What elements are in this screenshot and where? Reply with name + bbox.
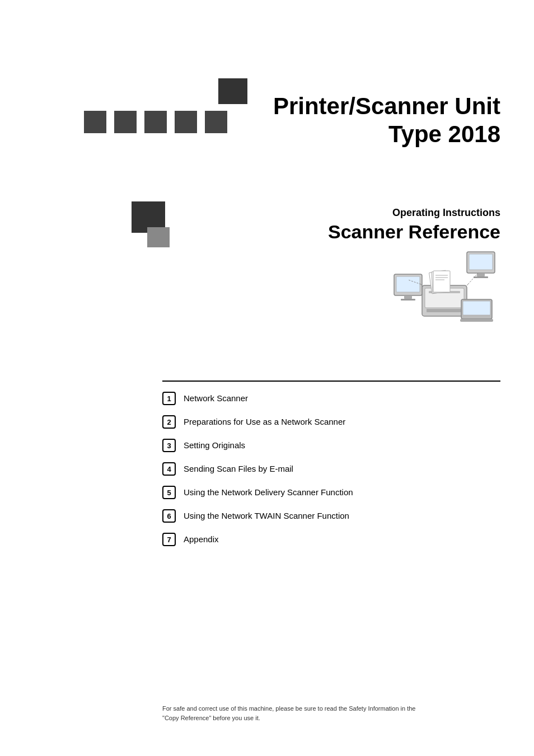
toc-item-1: 1 Network Scanner [162, 392, 500, 405]
toc-label-5: Using the Network Delivery Scanner Funct… [184, 487, 353, 498]
operating-instructions-label: Operating Instructions [207, 207, 500, 219]
svg-line-17 [467, 284, 468, 285]
svg-rect-13 [463, 301, 490, 315]
subtitle-decoration [132, 201, 170, 247]
main-title: Printer/Scanner Unit Type 2018 [207, 92, 500, 149]
illustration-svg [388, 241, 500, 330]
subtitle-section: Operating Instructions Scanner Reference [207, 207, 500, 243]
deco-sq-4 [175, 111, 197, 133]
toc-number-5: 5 [162, 486, 176, 499]
svg-rect-6 [404, 295, 412, 299]
scanner-reference-label: Scanner Reference [207, 221, 500, 243]
svg-rect-14 [460, 319, 493, 322]
title-section: Printer/Scanner Unit Type 2018 [207, 92, 500, 149]
toc-item-2: 2 Preparations for Use as a Network Scan… [162, 415, 500, 429]
footer-note-text: For safe and correct use of this machine… [162, 705, 415, 721]
toc-divider [162, 381, 500, 382]
toc-label-7: Appendix [184, 534, 219, 545]
toc-number-2: 2 [162, 415, 176, 429]
deco-sq-2 [114, 111, 137, 133]
toc-item-7: 7 Appendix [162, 533, 500, 546]
toc-label-6: Using the Network TWAIN Scanner Function [184, 510, 349, 522]
svg-rect-7 [401, 299, 415, 300]
footer-note: For safe and correct use of this machine… [162, 704, 500, 722]
decoration-squares-row [84, 111, 227, 133]
svg-rect-9 [469, 254, 493, 270]
toc-label-4: Sending Scan Files by E-mail [184, 463, 293, 475]
main-title-line1: Printer/Scanner Unit [273, 93, 500, 119]
toc-item-3: 3 Setting Originals [162, 439, 500, 452]
toc-number-3: 3 [162, 439, 176, 452]
toc-number-4: 4 [162, 462, 176, 476]
svg-rect-2 [427, 309, 462, 312]
toc-number-6: 6 [162, 509, 176, 523]
svg-rect-10 [477, 273, 485, 276]
toc-label-1: Network Scanner [184, 393, 248, 404]
illustration-area [388, 241, 500, 330]
toc-number-7: 7 [162, 533, 176, 546]
main-title-line2: Type 2018 [388, 121, 500, 147]
svg-rect-11 [474, 276, 488, 278]
svg-rect-21 [433, 271, 450, 292]
subtitle-deco-small [147, 227, 170, 247]
page-container: Printer/Scanner Unit Type 2018 Operating… [0, 0, 534, 756]
svg-line-18 [468, 273, 478, 284]
toc-number-1: 1 [162, 392, 176, 405]
toc-item-4: 4 Sending Scan Files by E-mail [162, 462, 500, 476]
svg-rect-5 [396, 276, 420, 292]
deco-sq-1 [84, 111, 106, 133]
toc-item-6: 6 Using the Network TWAIN Scanner Functi… [162, 509, 500, 523]
toc-section: 1 Network Scanner 2 Preparations for Use… [162, 392, 500, 556]
toc-label-3: Setting Originals [184, 440, 245, 451]
deco-sq-3 [144, 111, 167, 133]
toc-label-2: Preparations for Use as a Network Scanne… [184, 416, 345, 428]
toc-item-5: 5 Using the Network Delivery Scanner Fun… [162, 486, 500, 499]
